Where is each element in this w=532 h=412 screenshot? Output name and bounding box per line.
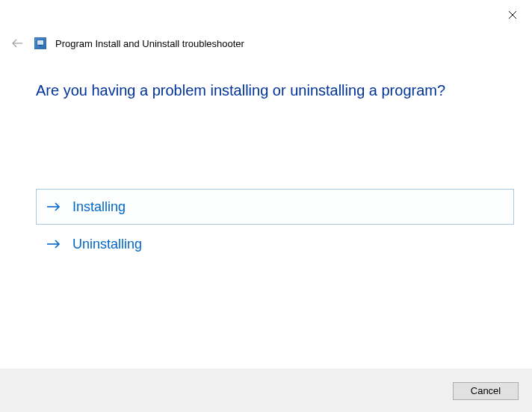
question-heading: Are you having a problem installing or u… [36,82,514,99]
header-bar: Program Install and Uninstall troublesho… [10,36,522,51]
option-uninstalling[interactable]: Uninstalling [36,226,514,262]
close-button[interactable] [505,7,520,22]
option-label: Uninstalling [72,237,142,252]
option-label: Installing [72,199,126,215]
right-arrow-icon [46,199,62,215]
cancel-button[interactable]: Cancel [453,382,519,400]
back-arrow-icon [10,36,25,51]
app-title: Program Install and Uninstall troublesho… [55,38,244,49]
content-area: Are you having a problem installing or u… [36,75,514,263]
troubleshooter-window: Program Install and Uninstall troublesho… [0,0,532,412]
right-arrow-icon [46,236,62,252]
option-installing[interactable]: Installing [36,189,514,225]
back-button[interactable] [10,36,25,51]
svg-rect-3 [37,40,44,46]
troubleshooter-app-icon [34,37,46,49]
svg-rect-4 [40,45,42,46]
close-icon [508,10,517,19]
footer-bar: Cancel [0,369,532,412]
